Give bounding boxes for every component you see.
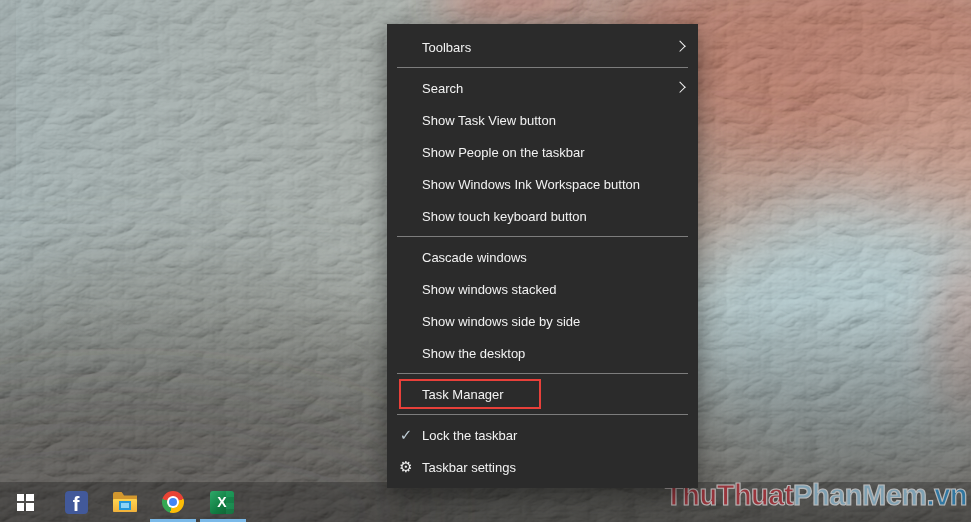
chrome-icon [162,491,184,513]
menu-item-show-task-view-button[interactable]: Show Task View button [387,104,698,136]
menu-item-label: Show windows side by side [422,314,580,329]
menu-item-cascade-windows[interactable]: Cascade windows [387,241,698,273]
chevron-right-icon [674,82,685,93]
menu-item-label: Toolbars [422,40,471,55]
menu-item-taskbar-settings[interactable]: ⚙ Taskbar settings [387,451,698,483]
taskbar: f X [0,482,971,522]
chrome-taskbar-button[interactable] [149,482,197,522]
menu-item-label: Show Windows Ink Workspace button [422,177,640,192]
menu-item-lock-the-taskbar[interactable]: ✓ Lock the taskbar [387,419,698,451]
menu-item-show-the-desktop[interactable]: Show the desktop [387,337,698,369]
menu-separator [397,414,688,415]
menu-separator [397,373,688,374]
menu-item-show-touch-keyboard-button[interactable]: Show touch keyboard button [387,200,698,232]
taskbar-context-menu: Toolbars Search Show Task View button Sh… [387,24,698,488]
gear-icon: ⚙ [396,458,416,476]
menu-item-search[interactable]: Search [387,72,698,104]
menu-item-label: Show People on the taskbar [422,145,585,160]
excel-icon: X [210,491,234,514]
menu-item-label: Show the desktop [422,346,525,361]
menu-item-show-windows-ink-workspace-button[interactable]: Show Windows Ink Workspace button [387,168,698,200]
menu-item-label: Search [422,81,463,96]
menu-item-task-manager[interactable]: Task Manager [387,378,698,410]
menu-separator [397,236,688,237]
menu-item-label: Show Task View button [422,113,556,128]
desktop-screen: ThuThuatPhanMem.vn f X Toolbars [0,0,971,522]
checkmark-icon: ✓ [396,426,416,444]
menu-item-label: Taskbar settings [422,460,516,475]
menu-item-label: Lock the taskbar [422,428,517,443]
chevron-right-icon [674,41,685,52]
menu-item-label: Task Manager [422,387,504,402]
file-explorer-taskbar-button[interactable] [101,482,149,522]
menu-item-label: Cascade windows [422,250,527,265]
menu-item-label: Show windows stacked [422,282,556,297]
excel-taskbar-button[interactable]: X [198,482,246,522]
menu-item-show-people-on-taskbar[interactable]: Show People on the taskbar [387,136,698,168]
start-icon [17,494,34,511]
menu-item-show-windows-side-by-side[interactable]: Show windows side by side [387,305,698,337]
menu-separator [397,67,688,68]
start-button[interactable] [1,482,49,522]
file-explorer-icon [113,492,137,512]
menu-item-toolbars[interactable]: Toolbars [387,31,698,63]
facebook-taskbar-button[interactable]: f [52,482,100,522]
menu-item-label: Show touch keyboard button [422,209,587,224]
facebook-icon: f [65,491,88,514]
menu-item-show-windows-stacked[interactable]: Show windows stacked [387,273,698,305]
